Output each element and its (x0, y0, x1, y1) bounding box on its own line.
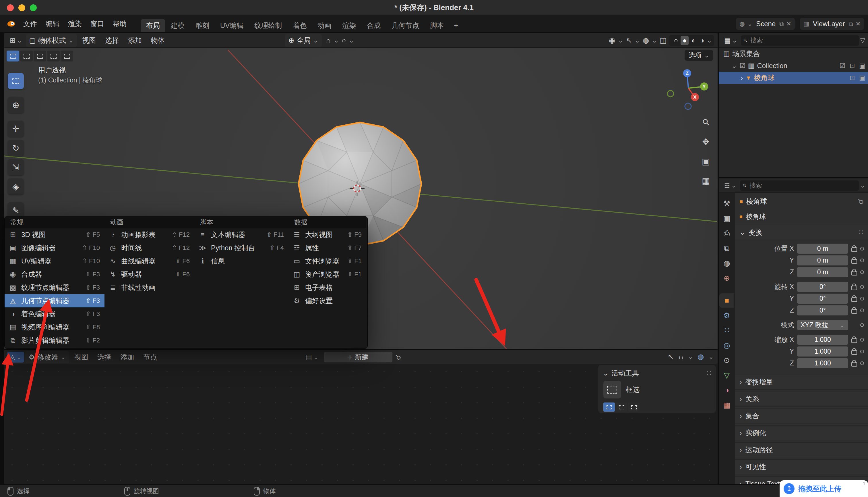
wireframe-shading-button[interactable] (672, 36, 680, 45)
animate-dot[interactable] (860, 285, 864, 289)
workspace-tab-shading[interactable]: 着色 (287, 19, 312, 32)
scale-y-field[interactable]: 1.000 (797, 346, 848, 356)
snap-options-chevron[interactable] (334, 37, 339, 43)
scale-x-field[interactable]: 1.000 (797, 335, 848, 345)
mode-dropdown[interactable]: 物体模式 (26, 34, 77, 47)
scene-selector[interactable]: Scene (736, 18, 795, 30)
panel-visibility[interactable]: 可见性 (735, 459, 868, 474)
panel-collections[interactable]: 集合 (735, 409, 868, 424)
camera-view-icon[interactable] (699, 155, 712, 168)
menu-edit[interactable]: 编辑 (41, 15, 64, 32)
viewlayer-selector[interactable]: ViewLayer (800, 18, 864, 30)
properties-tab-data[interactable]: ▽ (719, 368, 734, 382)
pin-icon[interactable] (856, 197, 865, 206)
workspace-tab-uv-editing[interactable]: UV编辑 (215, 19, 249, 32)
lasso-select-button[interactable] (47, 51, 60, 61)
editor-type-drivers[interactable]: ↯ 驱动器 ⇧ F6 (104, 268, 194, 281)
editor-type-file-browser[interactable]: ▭ 文件浏览器 ⇧ F1 (289, 255, 366, 268)
select-subtract-button[interactable] (628, 402, 639, 412)
rotation-z-field[interactable]: 0° (797, 306, 848, 315)
pin-icon[interactable] (394, 353, 403, 362)
properties-tab-tool[interactable]: ⚒ (719, 196, 734, 211)
animate-dot[interactable] (860, 338, 864, 342)
select-box-tool[interactable] (8, 73, 24, 89)
exclude-checkbox[interactable] (840, 62, 845, 70)
workspace-tab-sculpting[interactable]: 雕刻 (190, 19, 215, 32)
location-z-field[interactable]: 0 m (797, 267, 848, 277)
expand-chevron-icon[interactable] (731, 62, 737, 70)
select-mode-extra-button[interactable] (61, 51, 73, 61)
properties-search-input[interactable] (749, 182, 856, 189)
gizmo-neg-y-handle[interactable] (667, 90, 674, 97)
workspace-tab-modeling[interactable]: 建模 (165, 19, 190, 32)
viewport-options-button[interactable]: 选项 (685, 50, 713, 61)
lock-icon[interactable] (851, 309, 857, 314)
editor-type-video-sequencer[interactable]: ▤ 视频序列编辑器 ⇧ F8 (4, 321, 104, 334)
node-tree-type-dropdown[interactable]: 修改器 (25, 351, 69, 364)
proportional-options-chevron[interactable] (349, 37, 354, 43)
editor-type-text-editor[interactable]: ≡ 文本编辑器 ⇧ F11 (194, 228, 289, 241)
menu-select[interactable]: 选择 (101, 33, 123, 47)
lock-icon[interactable] (851, 297, 857, 302)
disable-in-render-icon[interactable] (859, 74, 865, 82)
material-preview-button[interactable] (689, 36, 697, 45)
animate-dot[interactable] (860, 350, 864, 353)
xray-toggle-icon[interactable] (660, 36, 667, 44)
viewport-editor-type-button[interactable] (7, 35, 25, 46)
workspace-tab-layout[interactable]: 布局 (141, 19, 165, 32)
workspace-tab-compositing[interactable]: 合成 (362, 19, 386, 32)
editor-type-properties[interactable]: ☲ 属性 ⇧ F7 (289, 241, 366, 255)
animate-dot[interactable] (860, 247, 864, 251)
outliner-search[interactable] (741, 36, 859, 46)
properties-options-chevron[interactable] (860, 182, 865, 188)
select-extend-button[interactable] (616, 402, 627, 412)
properties-tab-output[interactable]: ⎙ (719, 226, 734, 240)
editor-type-movie-clip-editor[interactable]: ⧉ 影片剪辑编辑器 ⇧ F2 (4, 334, 104, 347)
editor-type-compositor[interactable]: ◉ 合成器 ⇧ F3 (4, 268, 104, 281)
outliner-search-input[interactable] (750, 37, 856, 44)
scale-z-field[interactable]: 1.000 (797, 358, 848, 368)
fullscreen-window-button[interactable] (30, 4, 37, 11)
lock-icon[interactable] (851, 247, 857, 252)
hide-in-viewport-icon[interactable] (850, 62, 855, 70)
properties-tab-view-layer[interactable]: ⧉ (719, 241, 734, 255)
editor-type-spreadsheet[interactable]: ⊞ 电子表格 (289, 281, 366, 294)
editor-type-3d-viewport[interactable]: ⊞ 3D 视图 ⇧ F5 (4, 228, 104, 241)
properties-tab-particles[interactable]: ∷ (719, 323, 734, 338)
drag-grip-icon[interactable] (707, 369, 711, 377)
gizmo-neg-z-handle[interactable] (685, 103, 691, 110)
collection-checkbox[interactable] (740, 62, 746, 70)
menu-window[interactable]: 窗口 (86, 15, 108, 32)
visibility-dropdown-icon[interactable] (609, 36, 615, 44)
hide-in-viewport-icon[interactable] (850, 74, 855, 82)
location-y-field[interactable]: 0 m (797, 255, 848, 266)
expand-chevron-icon[interactable] (740, 73, 743, 83)
animate-dot[interactable] (860, 323, 864, 327)
object-row-roundcube[interactable]: 棱角球 (719, 72, 868, 84)
toggle-ortho-icon[interactable] (699, 174, 712, 187)
lock-icon[interactable] (851, 259, 857, 264)
rotation-mode-dropdown[interactable]: XYZ 欧拉 (797, 320, 848, 330)
unlink-scene-button[interactable] (786, 21, 791, 27)
editor-type-image-editor[interactable]: ▣ 图像编辑器 ⇧ F10 (4, 241, 104, 255)
lock-icon[interactable] (851, 286, 857, 290)
snap-options-chevron[interactable] (688, 354, 693, 360)
properties-tab-object[interactable]: ■ (719, 293, 734, 308)
panel-relations[interactable]: 关系 (735, 392, 868, 407)
animate-dot[interactable] (860, 258, 864, 262)
select-set-button[interactable] (603, 402, 615, 412)
rotation-x-field[interactable]: 0° (797, 282, 848, 292)
remove-viewlayer-button[interactable] (855, 21, 860, 27)
snap-toggle-icon[interactable] (326, 36, 331, 44)
close-window-button[interactable] (7, 4, 14, 11)
transform-tool[interactable] (8, 179, 24, 195)
cursor-tool[interactable] (8, 97, 24, 113)
scene-collection-row[interactable]: 场景集合 (719, 48, 868, 60)
properties-tab-world[interactable]: ⊕ (719, 271, 734, 285)
editor-type-graph-editor[interactable]: ∿ 曲线编辑器 ⇧ F6 (104, 255, 194, 268)
node-editor-type-button[interactable] (7, 352, 24, 363)
new-node-tree-button[interactable]: 新建 (324, 352, 393, 363)
menu-add[interactable]: 添加 (116, 350, 138, 364)
add-workspace-button[interactable]: + (449, 19, 463, 32)
workspace-tab-animation[interactable]: 动画 (312, 19, 337, 32)
